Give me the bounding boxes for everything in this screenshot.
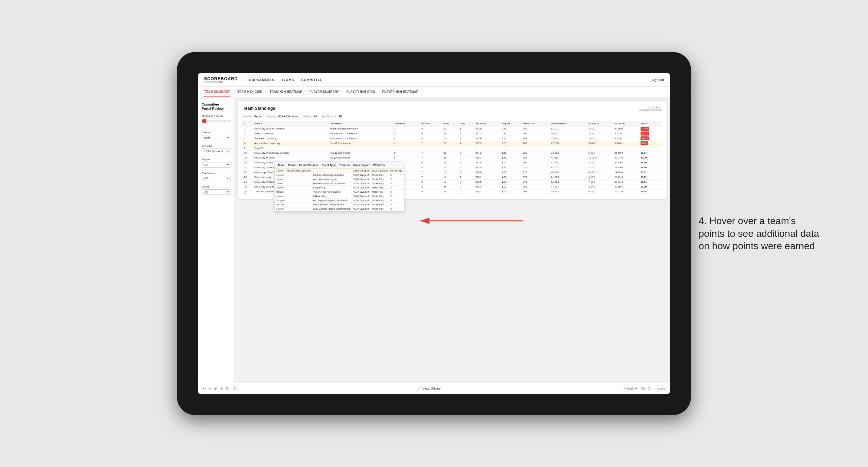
redo-icon[interactable]: ↪ <box>208 386 211 391</box>
annotation-text: 4. Hover over a team's points to see add… <box>699 215 819 253</box>
sidebar-section-school: School (All) <box>202 185 230 195</box>
popup-row: UniversNational Invitational TournamentN… <box>275 182 404 186</box>
report-header: Team Standings Update time: 13/03/2024 1… <box>243 106 661 111</box>
feedback-button[interactable]: 💬 <box>641 387 645 390</box>
table-row: 18University of California, BerkeleyPac-… <box>243 151 661 155</box>
paste-icon[interactable]: ⊞ <box>226 386 229 391</box>
report-area: Team Standings Update time: 13/03/2024 1… <box>235 97 670 383</box>
main-content: CommitteePortal Review Minimum Rounds 0 … <box>198 97 670 383</box>
nav-tournaments[interactable]: TOURNAMENTS <box>247 77 274 83</box>
col-overall-record: Overall Record <box>550 121 587 126</box>
popup-row: UniversWilliams CupNCAA Division IStroke… <box>275 194 404 198</box>
update-time: Update time: 13/03/2024 10:03:42 <box>639 106 661 111</box>
col-no-tour: No Tour <box>420 121 442 126</box>
nav-items: TOURNAMENTS TEAMS COMMITTEE <box>247 77 648 83</box>
col-vs-top50: Vs Top 50 <box>613 121 639 126</box>
col-rnds: Rnds <box>442 121 459 126</box>
table-row: 4Arizona State UniversityPac-12 Conferen… <box>243 141 661 146</box>
hover-popup: Team Event Event Division Event Type Rou… <box>274 161 404 211</box>
popup-table: UniversArizona State UniversityCellar Co… <box>275 169 404 211</box>
rounds-slider[interactable] <box>202 119 230 123</box>
region-label: Region <box>202 158 230 161</box>
popup-row: GeorgiaBen Hogan Collegiate Invitational… <box>275 198 404 203</box>
sidebar-section-rounds: Minimum Rounds 0 <box>202 115 230 127</box>
table-header-row: # School Conference Conf Rank No Tour Rn… <box>243 121 661 126</box>
nav-teams[interactable]: TEAMS <box>282 77 294 83</box>
popup-row: UniversSouthern Highlands CollegiateNCAA… <box>275 173 404 177</box>
col-rank: # <box>243 121 253 126</box>
undo-icon[interactable]: ↩ <box>203 386 206 391</box>
nav-committee[interactable]: COMMITTEE <box>301 77 323 83</box>
top-nav: SCOREBOARD Powered by clippi TOURNAMENTS… <box>198 73 670 87</box>
logo-text: SCOREBOARD <box>204 76 238 81</box>
col-avg-sg: Avg SG <box>500 121 522 126</box>
report-title: Team Standings <box>243 106 275 111</box>
popup-header: Team Event Event Division Event Type Rou… <box>275 162 404 169</box>
tab-player-h2h-heatmap[interactable]: PLAYER H2H HEATMAP <box>382 87 418 97</box>
division-label: Division <box>202 145 230 147</box>
rounds-value: 0 <box>202 124 230 127</box>
school-select[interactable]: (All) <box>202 189 230 195</box>
tab-team-h2h-heatmap[interactable]: TEAM H2H HEATMAP <box>270 87 302 97</box>
sidebar: CommitteePortal Review Minimum Rounds 0 … <box>198 97 235 383</box>
tab-player-h2h-grid[interactable]: PLAYER H2H GRID <box>346 87 375 97</box>
gender-label: Gender <box>202 131 230 134</box>
col-conf-rank: Conf Rank <box>393 121 421 126</box>
col-conference: Conference <box>329 121 392 126</box>
popup-row: UniversArizona State UniversityCellar Co… <box>275 169 404 173</box>
sidebar-section-conference: Conference (All) <box>202 172 230 181</box>
school-label: School <box>202 185 230 188</box>
filter-gender: Gender: Men's <box>243 115 261 118</box>
col-points: Points <box>639 121 661 126</box>
col-school: School <box>253 121 329 126</box>
tab-player-summary[interactable]: PLAYER SUMMARY <box>309 87 339 97</box>
col-wins: Wins <box>459 121 474 126</box>
table-row: 19University of TexasBig 12 Conference37… <box>243 155 661 160</box>
tablet-screen: SCOREBOARD Powered by clippi TOURNAMENTS… <box>198 73 670 394</box>
sub-nav: TEAM SUMMARY TEAM H2H GRID TEAM H2H HEAT… <box>198 87 670 97</box>
logo: SCOREBOARD Powered by clippi <box>204 76 238 83</box>
sidebar-section-gender: Gender Men's <box>202 131 230 141</box>
view-label: 📄 View: Original <box>418 387 441 390</box>
rounds-label: Minimum Rounds <box>202 115 230 117</box>
rounds-slider-container <box>202 119 230 124</box>
toolbar-right: 👁 Watch ▼ 💬 ⛶ ↗ Share <box>623 387 665 390</box>
info-icon[interactable]: ⓘ <box>233 386 237 391</box>
sidebar-title: CommitteePortal Review <box>202 102 230 111</box>
conference-label: Conference <box>202 172 230 175</box>
filter-conference: Conference: All <box>322 115 342 118</box>
table-row: 1University of North CarolinaAtlantic Co… <box>243 126 661 131</box>
watch-button[interactable]: 👁 Watch ▼ <box>623 387 638 390</box>
refresh-icon[interactable]: ↺ <box>214 386 217 391</box>
conference-select[interactable]: (All) <box>202 176 230 181</box>
gender-select[interactable]: Men's <box>202 135 230 141</box>
copy-icon[interactable]: ⎘ <box>221 386 223 391</box>
bottom-toolbar: ↩ ↪ ↺ ⎘ ⊞ ⓘ 📄 View: Original 👁 Watch ▼ 💬… <box>198 383 670 394</box>
logo-sub: Powered by clippi <box>204 81 238 83</box>
tablet: SCOREBOARD Powered by clippi TOURNAMENTS… <box>177 52 691 415</box>
share-button[interactable]: ↗ Share <box>654 387 665 390</box>
table-row: 3Vanderbilt UniversitySoutheastern Confe… <box>243 136 661 141</box>
tab-team-summary[interactable]: TEAM SUMMARY <box>204 87 230 97</box>
tab-team-h2h-grid[interactable]: TEAM H2H GRID <box>238 87 262 97</box>
table-row: 5Texas T... <box>243 146 661 151</box>
fullscreen-button[interactable]: ⛶ <box>648 387 651 390</box>
filter-region: Region: All <box>303 115 317 118</box>
filter-division: Division: NCAA Division I <box>267 115 299 118</box>
popup-row: Univers2023 Sahalee Players Championship… <box>275 207 404 211</box>
popup-row: East TerOFCC Fighting Illini Invitationa… <box>275 203 404 207</box>
filters-row: Gender: Men's Division: NCAA Division I … <box>243 115 661 118</box>
popup-row: UniversAmer An IntercollegiateNCAA Divis… <box>275 177 404 182</box>
table-row: 2Auburn UniversitySoutheastern Conferenc… <box>243 131 661 136</box>
sign-out-button[interactable]: Sign out <box>648 78 664 82</box>
col-adj-score: Adj Score <box>474 121 500 126</box>
region-select[interactable]: N/A <box>202 162 230 167</box>
col-low-score: Low Score <box>522 121 550 126</box>
popup-row: UniversCopper CupNCAA Division IMatch Pl… <box>275 186 404 190</box>
sidebar-section-region: Region N/A <box>202 158 230 167</box>
report-card: Team Standings Update time: 13/03/2024 1… <box>238 101 666 199</box>
popup-row: Florida IThe Cypress Point ClassicNCAA D… <box>275 190 404 194</box>
col-vs-top25: Vs Top 25 <box>587 121 613 126</box>
sidebar-section-division: Division NCAA Division I <box>202 145 230 154</box>
division-select[interactable]: NCAA Division I <box>202 149 230 154</box>
